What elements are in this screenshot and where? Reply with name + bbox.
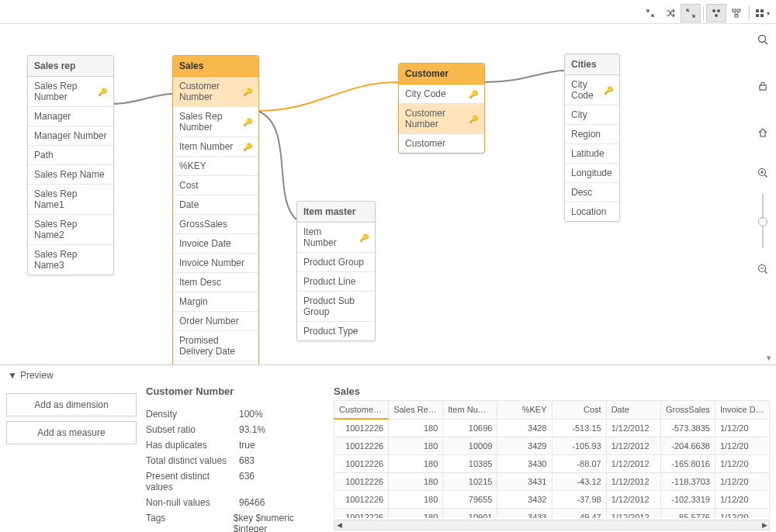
zoom-out-icon[interactable] (754, 261, 771, 278)
table-field[interactable]: Manager Number (28, 126, 113, 146)
table-field[interactable]: Order Number (173, 312, 258, 331)
table-row[interactable]: 10012226180109013433-49.471/12/2012-85.5… (334, 509, 770, 519)
table-field[interactable]: Customer Number🔑 (399, 104, 484, 134)
table-header[interactable]: Item master (297, 202, 375, 223)
table-field[interactable]: Product Line (297, 272, 375, 292)
svg-rect-5 (735, 15, 738, 17)
data-model-canvas[interactable]: Sales rep Sales Rep Number🔑 Manager Mana… (0, 23, 776, 364)
table-field[interactable]: Customer (399, 134, 484, 153)
table-cell: 79655 (443, 491, 497, 509)
preview-header[interactable]: ▼ Preview (0, 365, 776, 385)
key-icon: 🔑 (243, 88, 252, 96)
scroll-right-icon[interactable]: ▶ (760, 521, 769, 529)
expand-handle-icon[interactable]: ▾ (767, 353, 771, 363)
add-dimension-button[interactable]: Add as dimension (6, 393, 137, 416)
table-field[interactable]: Longitude (565, 164, 619, 183)
table-field[interactable]: City Code🔑 (399, 85, 484, 104)
table-item-master[interactable]: Item master Item Number🔑 Product Group P… (296, 201, 376, 341)
column-header[interactable]: GrossSales (660, 401, 715, 420)
table-row[interactable]: 10012226180106963428-513.151/12/2012-573… (334, 419, 770, 437)
table-field[interactable]: Sales Rep Number🔑 (173, 107, 258, 137)
preview-table[interactable]: Customer NumberSales Rep NumberItem Numb… (334, 400, 770, 518)
table-field[interactable]: Sales Rep Number🔑 (28, 77, 113, 107)
triangle-down-icon: ▼ (8, 370, 17, 381)
table-field[interactable]: Sales (173, 361, 258, 364)
table-cell: 180 (389, 509, 443, 519)
home-icon[interactable] (754, 124, 771, 141)
table-field[interactable]: Sales Rep Name2 (28, 215, 113, 245)
table-field[interactable]: Date (173, 195, 258, 215)
table-header[interactable]: Sales rep (28, 56, 113, 77)
table-cell: 1/12/20 (715, 419, 769, 437)
table-field[interactable]: Item Desc (173, 273, 258, 292)
table-field[interactable]: Sales Rep Name1 (28, 185, 113, 215)
table-row[interactable]: 10012226180102153431-43.121/12/2012-118.… (334, 473, 770, 491)
layout-icon[interactable] (706, 4, 726, 22)
table-sales-rep[interactable]: Sales rep Sales Rep Number🔑 Manager Mana… (27, 55, 114, 275)
table-field[interactable]: Region (565, 125, 619, 144)
table-header[interactable]: Customer (399, 64, 484, 85)
add-measure-button[interactable]: Add as measure (6, 421, 137, 444)
zoom-thumb[interactable] (758, 217, 767, 226)
table-field[interactable]: Invoice Date (173, 234, 258, 254)
table-row[interactable]: 10012226180796553432-37.981/12/2012-102.… (334, 491, 770, 509)
table-field[interactable]: City (565, 105, 619, 125)
table-cities[interactable]: Cities City Code🔑 City Region Latitude L… (564, 54, 620, 222)
table-cell: 10012226 (334, 437, 389, 455)
table-field[interactable]: Cost (173, 176, 258, 195)
table-field[interactable]: %KEY (173, 157, 258, 176)
table-field[interactable]: Item Number🔑 (297, 223, 375, 253)
svg-rect-11 (760, 85, 766, 90)
table-cell: 180 (389, 455, 443, 473)
table-field[interactable]: Promised Delivery Date (173, 331, 258, 361)
table-field[interactable]: Invoice Number (173, 254, 258, 273)
table-sales[interactable]: Sales Customer Number🔑 Sales Rep Number🔑… (172, 55, 259, 364)
shuffle-icon[interactable] (660, 4, 681, 22)
column-header[interactable]: Cost (552, 401, 606, 420)
table-field[interactable]: Latitude (565, 144, 619, 164)
column-header[interactable]: Date (606, 401, 660, 420)
table-field[interactable]: Item Number🔑 (173, 137, 258, 157)
scroll-left-icon[interactable]: ◀ (334, 521, 344, 529)
table-field[interactable]: Product Type (297, 322, 375, 340)
table-cell: 1/12/20 (715, 473, 769, 491)
table-cell: -105.93 (552, 437, 606, 455)
column-header[interactable]: Invoice Date (715, 401, 769, 420)
table-cell: 3431 (497, 473, 552, 491)
table-field[interactable]: City Code🔑 (565, 75, 619, 105)
table-header[interactable]: Sales (173, 56, 258, 77)
table-row[interactable]: 10012226180100093429-105.931/12/2012-204… (334, 437, 770, 455)
table-field[interactable]: Manager (28, 107, 113, 126)
expand-icon[interactable] (681, 4, 701, 22)
table-field[interactable]: Path (28, 146, 113, 165)
table-field[interactable]: Desc (565, 183, 619, 202)
table-field[interactable]: Margin (173, 292, 258, 312)
table-field[interactable]: Location (565, 202, 619, 221)
column-header[interactable]: Customer Number (334, 401, 389, 420)
table-cell: 10009 (443, 437, 497, 455)
column-header[interactable]: Item Number (443, 401, 497, 420)
collapse-icon[interactable] (640, 4, 660, 22)
table-cell: -118.3703 (660, 473, 715, 491)
table-field[interactable]: Sales Rep Name3 (28, 245, 113, 275)
lock-icon[interactable] (754, 78, 771, 95)
column-header[interactable]: Sales Rep Number (389, 401, 443, 420)
zoom-in-icon[interactable] (754, 164, 771, 181)
zoom-slider[interactable] (762, 194, 764, 248)
table-header[interactable]: Cities (565, 54, 619, 75)
grid-menu-icon[interactable]: ▾ (752, 4, 772, 22)
table-field[interactable]: Product Sub Group (297, 292, 375, 322)
table-field[interactable]: GrossSales (173, 215, 258, 234)
column-header[interactable]: %KEY (497, 401, 552, 420)
table-field[interactable]: Customer Number🔑 (173, 77, 258, 107)
table-customer[interactable]: Customer City Code🔑 Customer Number🔑 Cus… (398, 63, 485, 154)
table-row[interactable]: 10012226180103853430-88.071/12/2012-165.… (334, 455, 770, 473)
meta-value: true (239, 440, 255, 451)
table-field[interactable]: Product Group (297, 253, 375, 272)
meta-row: Has duplicatestrue (146, 437, 324, 453)
schema-icon[interactable] (726, 4, 747, 22)
table-field[interactable]: Sales Rep Name (28, 165, 113, 185)
search-icon[interactable] (754, 31, 771, 48)
table-cell: -165.8016 (660, 455, 715, 473)
horizontal-scrollbar[interactable]: ◀ ▶ (334, 520, 770, 530)
